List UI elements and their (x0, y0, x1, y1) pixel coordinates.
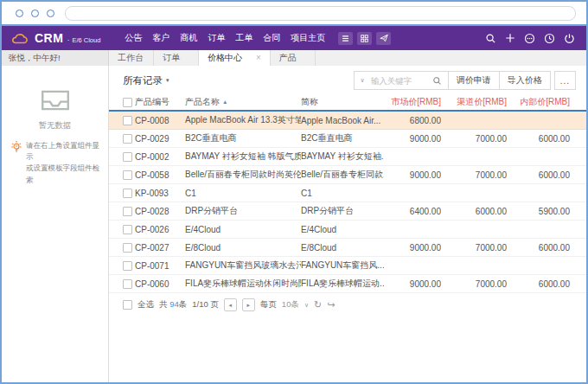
view-selector[interactable]: 所有记录 ▾ (123, 74, 169, 87)
nav-item[interactable]: 商机 (175, 32, 202, 44)
main-content: 所有记录 ▾ ∨ 调价申请 导入价格 ... (109, 66, 586, 382)
short-name-cell: DRP分销平台 (301, 205, 384, 217)
table-row[interactable]: CP-0008 Apple MacBook Air 13.3英寸笔记本电脑 Ap… (109, 112, 586, 130)
row-checkbox[interactable] (123, 170, 132, 180)
prev-page-button[interactable]: ◂ (224, 298, 237, 311)
list-view-button[interactable] (338, 32, 353, 45)
column-header-short-name[interactable]: 简称 (301, 96, 384, 108)
row-checkbox[interactable] (123, 134, 132, 144)
product-name-cell[interactable]: Belle/百丽春专柜同款时尚英伦复古油皮绑... (185, 169, 301, 181)
nav-item[interactable]: 公告 (119, 32, 147, 44)
view-selector-label: 所有记录 (123, 74, 163, 87)
product-name-cell[interactable]: FANGYUN车窗挡风玻璃水去污除油清洗剂 (185, 259, 301, 272)
column-header-market-price[interactable]: 市场价[RMB] (384, 96, 441, 108)
table-row[interactable]: CP-0071 FANGYUN车窗挡风玻璃水去污除油清洗剂 FANGYUN车窗挡… (109, 257, 586, 275)
more-options-icon[interactable] (524, 33, 535, 44)
url-bar[interactable] (65, 6, 576, 21)
empty-state-text: 暂无数据 (2, 120, 108, 131)
short-name-cell: B2C垂直电商 (301, 132, 384, 144)
main-nav: 公告 客户 商机 订单 工单 合同 项目主页 (119, 32, 330, 44)
channel-price-cell: 7000.00 (441, 170, 507, 180)
window-control-dot[interactable] (47, 10, 54, 17)
table-row[interactable]: CP-0060 FILA斐乐棒球帽运动休闲时尚防晒遮阳帽子 FILA斐乐棒球帽运… (109, 275, 586, 293)
nav-item[interactable]: 工单 (230, 32, 258, 44)
search-scope-chevron-icon[interactable]: ∨ (355, 77, 369, 84)
toolbar-actions: ∨ 调价申请 导入价格 ... (354, 71, 576, 90)
per-page-caret-icon[interactable]: ∨ (304, 302, 309, 309)
internal-price-cell: 5900.00 (507, 207, 587, 216)
column-header-channel-price[interactable]: 渠道价[RMB] (441, 96, 507, 108)
table-row[interactable]: CP-0028 DRP分销平台 DRP分销平台 6400.00 6000.00 … (109, 202, 586, 221)
tab-close-icon[interactable]: × (256, 54, 261, 62)
footer-select-all-checkbox[interactable] (123, 300, 132, 310)
table-row[interactable]: CP-0026 E/4Cloud E/4Cloud (109, 221, 586, 239)
price-adjust-request-button[interactable]: 调价申请 (448, 72, 499, 89)
tab[interactable]: 订单 (154, 50, 199, 66)
column-header-product-code[interactable]: 产品编号 (135, 96, 185, 108)
window-control-dot[interactable] (16, 10, 23, 17)
add-icon[interactable] (505, 33, 515, 43)
search-icon[interactable] (485, 33, 496, 44)
header-right-icons (485, 33, 578, 44)
product-name-cell[interactable]: C1 (185, 189, 301, 198)
keyword-search-input[interactable] (369, 75, 426, 86)
table-row[interactable]: KP-0093 C1 C1 (109, 184, 586, 202)
total-count[interactable]: 94 (169, 299, 179, 309)
product-name-cell[interactable]: E/4Cloud (185, 225, 301, 234)
row-checkbox[interactable] (123, 279, 132, 289)
send-button[interactable] (376, 32, 391, 45)
product-name-cell[interactable]: DRP分销平台 (185, 205, 301, 217)
short-name-cell: Belle/百丽春专柜同款... (301, 169, 384, 181)
empty-state: 暂无数据 (2, 88, 108, 131)
row-checkbox[interactable] (123, 261, 132, 271)
next-page-button[interactable]: ▸ (242, 298, 255, 311)
brand-name: CRM (35, 31, 63, 45)
grid-view-button[interactable] (357, 32, 372, 45)
search-submit-icon[interactable] (426, 76, 448, 86)
table-row[interactable]: CP-0029 B2C垂直电商 B2C垂直电商 9000.00 7000.00 … (109, 130, 586, 148)
sort-asc-icon[interactable]: ▲ (222, 99, 227, 105)
import-prices-button[interactable]: 导入价格 (499, 72, 550, 89)
cloud-logo-icon (10, 32, 29, 45)
total-prefix: 共 (159, 299, 168, 309)
table-row[interactable]: CP-0027 E/8Cloud E/8Cloud 9000.00 7000.0… (109, 239, 586, 257)
tip-line-2: 或设置模板字段组件检索 (26, 163, 103, 185)
product-code-cell: CP-0026 (135, 225, 185, 234)
product-name-cell[interactable]: FILA斐乐棒球帽运动休闲时尚防晒遮阳帽子 (185, 278, 301, 290)
nav-item[interactable]: 项目主页 (285, 32, 330, 44)
power-icon[interactable] (564, 33, 575, 44)
column-header-product-name[interactable]: 产品名称▲ (185, 96, 301, 108)
app-header: CRM · E/6 Cloud 公告 客户 商机 订单 工单 合同 项目主页 (2, 26, 586, 50)
nav-item[interactable]: 客户 (147, 32, 175, 44)
product-name-cell[interactable]: BAYMAY 衬衫女短袖 韩版气质女装蝴蝶结... (185, 150, 301, 163)
product-name-cell[interactable]: E/8Cloud (185, 243, 301, 253)
row-checkbox[interactable] (123, 225, 132, 234)
row-checkbox[interactable] (123, 189, 132, 198)
tab-strip: 工作台 订单 价格中心 × 产品 (109, 50, 586, 66)
product-name-cell[interactable]: Apple MacBook Air 13.3英寸笔记本电脑 (185, 114, 301, 126)
short-name-cell: E/4Cloud (301, 225, 384, 234)
column-header-internal-price[interactable]: 内部价[RMB] (507, 96, 587, 108)
more-actions-button[interactable]: ... (554, 71, 576, 90)
table-row[interactable]: CP-0058 Belle/百丽春专柜同款时尚英伦复古油皮绑... Belle/… (109, 166, 586, 184)
page-indicator: 1/10 页 (192, 299, 219, 310)
tab[interactable]: 产品 (271, 50, 316, 66)
product-code-cell: CP-0029 (135, 134, 185, 144)
table-row[interactable]: CP-0002 BAYMAY 衬衫女短袖 韩版气质女装蝴蝶结... BAYMAY… (109, 148, 586, 166)
window-control-dot[interactable] (31, 10, 39, 17)
tab[interactable]: 价格中心 × (199, 50, 271, 66)
clock-icon[interactable] (544, 33, 555, 44)
forward-icon[interactable]: ↪ (327, 300, 335, 310)
refresh-icon[interactable]: ↻ (314, 300, 322, 310)
row-checkbox[interactable] (123, 152, 132, 162)
select-all-checkbox[interactable] (123, 98, 132, 107)
row-checkbox[interactable] (123, 116, 132, 125)
tab[interactable]: 工作台 (109, 50, 154, 66)
per-page-value[interactable]: 10条 (282, 299, 299, 310)
row-checkbox[interactable] (123, 243, 132, 253)
product-name-cell[interactable]: B2C垂直电商 (185, 132, 301, 144)
tip-text: 请在右上角设置组件显示 或设置模板字段组件检索 (26, 140, 103, 186)
nav-item[interactable]: 合同 (258, 32, 285, 44)
nav-item[interactable]: 订单 (202, 32, 230, 44)
row-checkbox[interactable] (123, 207, 132, 216)
